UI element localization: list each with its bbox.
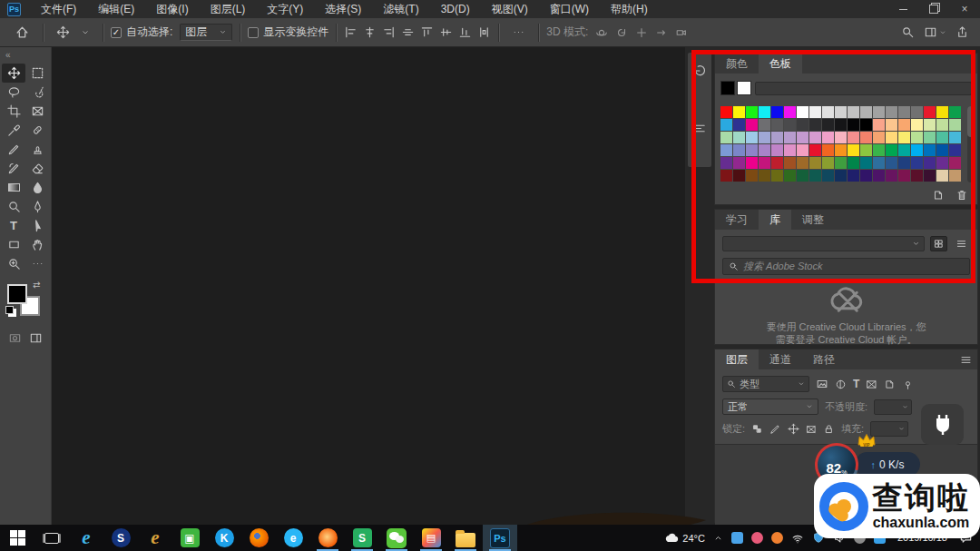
swatch-2-2[interactable] — [746, 132, 758, 143]
swatch-4-7[interactable] — [809, 157, 821, 169]
taskbar-app-ie-gold[interactable]: e — [138, 525, 172, 551]
filter-type-layers-icon[interactable]: T — [853, 378, 859, 390]
swatch-4-16[interactable] — [924, 157, 936, 169]
valign-middle-icon[interactable] — [439, 25, 453, 39]
swatch-2-14[interactable] — [898, 132, 910, 143]
swatch-2-15[interactable] — [911, 132, 923, 143]
opacity-field[interactable] — [874, 399, 912, 415]
search-icon[interactable] — [901, 25, 915, 39]
align-center-icon[interactable] — [363, 25, 377, 39]
swatch-3-17[interactable] — [936, 144, 948, 156]
taskbar-app-image-viewer-green[interactable]: ▣ — [172, 525, 207, 551]
swatch-2-12[interactable] — [873, 132, 885, 143]
swatch-1-15[interactable] — [911, 119, 923, 131]
type-tool[interactable]: T — [2, 216, 25, 235]
taskbar-app-kugou[interactable]: K — [207, 525, 241, 551]
roll-3d-icon[interactable] — [615, 26, 628, 39]
filter-adjustment-layers-icon[interactable] — [835, 379, 847, 390]
swatch-3-16[interactable] — [924, 144, 936, 156]
swatch-4-9[interactable] — [835, 157, 847, 169]
menu-item-2[interactable]: 图像(I) — [145, 0, 199, 18]
swatch-0-13[interactable] — [886, 106, 897, 118]
swatch-4-13[interactable] — [886, 157, 897, 169]
swatch-3-0[interactable] — [720, 144, 732, 156]
swatch-1-14[interactable] — [898, 119, 910, 131]
swatch-1-2[interactable] — [746, 119, 758, 131]
swatch-5-6[interactable] — [797, 170, 808, 182]
library-select-dropdown[interactable] — [722, 236, 925, 251]
edit-toolbar-button[interactable] — [25, 254, 49, 273]
swatch-2-6[interactable] — [797, 132, 808, 143]
zoom-tool[interactable] — [2, 254, 25, 273]
libraries-tab-库[interactable]: 库 — [759, 210, 791, 230]
orbit-3d-icon[interactable] — [595, 26, 608, 39]
swatch-3-14[interactable] — [898, 144, 910, 156]
swatch-3-5[interactable] — [784, 144, 796, 156]
taskbar-app-wps[interactable]: S — [345, 525, 379, 551]
swatch-1-10[interactable] — [848, 119, 859, 131]
swatches-tab-色板[interactable]: 色板 — [759, 54, 802, 74]
swatch-1-4[interactable] — [771, 119, 783, 131]
swatch-5-4[interactable] — [771, 170, 783, 182]
hand-tool[interactable] — [25, 235, 49, 254]
swatch-4-3[interactable] — [759, 157, 770, 169]
menu-item-7[interactable]: 3D(D) — [430, 0, 481, 18]
move-tool-preset-icon[interactable] — [51, 25, 75, 39]
swatch-2-0[interactable] — [720, 132, 732, 143]
gradient-tool[interactable] — [2, 178, 25, 197]
swatch-2-17[interactable] — [936, 132, 948, 143]
swatch-4-1[interactable] — [733, 157, 745, 169]
crop-tool[interactable] — [2, 102, 25, 121]
swatch-0-10[interactable] — [848, 106, 859, 118]
swatch-0-17[interactable] — [936, 106, 948, 118]
layers-tab-图层[interactable]: 图层 — [715, 349, 759, 369]
swatch-0-8[interactable] — [822, 106, 834, 118]
menu-item-10[interactable]: 帮助(H) — [600, 0, 659, 18]
restore-button[interactable] — [918, 0, 949, 18]
swatch-4-2[interactable] — [746, 157, 758, 169]
weather-icon[interactable]: 24°C — [665, 531, 705, 546]
align-right-icon[interactable] — [382, 25, 396, 39]
stock-search-input[interactable]: 搜索 Adobe Stock — [722, 258, 970, 275]
align-middle-icon[interactable] — [401, 25, 415, 39]
grid-view-icon[interactable] — [930, 236, 947, 251]
lock-artboard-icon[interactable] — [806, 424, 817, 435]
task-view-button[interactable] — [34, 525, 69, 551]
swatches-scrollbar[interactable] — [967, 106, 975, 182]
eyedropper-tool[interactable] — [2, 121, 25, 140]
swatch-4-12[interactable] — [873, 157, 885, 169]
swatch-4-0[interactable] — [720, 157, 732, 169]
pen-tool[interactable] — [25, 197, 49, 216]
healing-brush-tool[interactable] — [25, 121, 49, 140]
swatch-5-8[interactable] — [822, 170, 834, 182]
swatch-2-3[interactable] — [759, 132, 770, 143]
swatch-3-12[interactable] — [873, 144, 885, 156]
swatch-4-5[interactable] — [784, 157, 796, 169]
tray-app-orange-icon[interactable] — [771, 532, 783, 544]
start-button[interactable] — [0, 525, 34, 551]
menu-item-4[interactable]: 文字(Y) — [256, 0, 314, 18]
swatch-1-18[interactable] — [949, 119, 961, 131]
swatch-3-13[interactable] — [886, 144, 897, 156]
swatch-0-16[interactable] — [924, 106, 936, 118]
show-transform-checkbox[interactable]: ✓ — [248, 27, 259, 38]
camera-3d-icon[interactable] — [675, 26, 688, 39]
swatch-4-17[interactable] — [936, 157, 948, 169]
libraries-tab-学习[interactable]: 学习 — [715, 210, 759, 230]
swatch-4-10[interactable] — [848, 157, 859, 169]
swatch-0-2[interactable] — [746, 106, 758, 118]
share-icon[interactable] — [956, 25, 969, 39]
taskbar-app-photoshop[interactable]: Ps — [483, 525, 517, 551]
swatch-1-16[interactable] — [924, 119, 936, 131]
workspace-switcher-icon[interactable] — [924, 25, 937, 39]
swatch-0-18[interactable] — [949, 106, 961, 118]
menu-item-3[interactable]: 图层(L) — [200, 0, 257, 18]
recent-swatch-black[interactable] — [720, 81, 735, 95]
lock-transparency-icon[interactable] — [751, 423, 763, 435]
filter-pixel-layers-icon[interactable] — [816, 378, 828, 390]
list-view-icon[interactable] — [953, 236, 970, 251]
valign-top-icon[interactable] — [420, 25, 434, 39]
eraser-tool[interactable] — [25, 159, 49, 178]
swatch-5-5[interactable] — [784, 170, 796, 182]
swatch-1-7[interactable] — [809, 119, 821, 131]
